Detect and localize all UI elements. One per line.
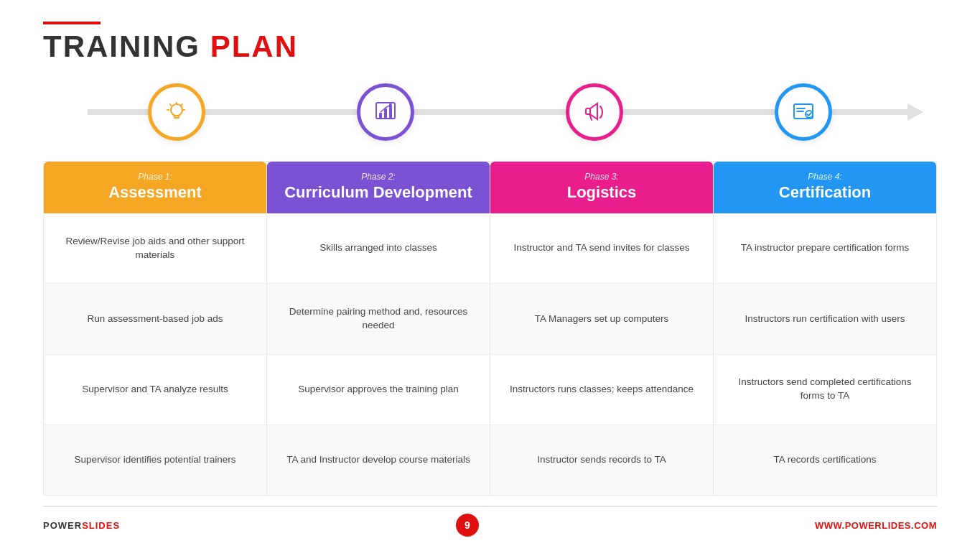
phase1-sub-label: Phase 1: bbox=[138, 172, 172, 182]
phase-col-certification: Phase 4: Certification TA instructor pre… bbox=[713, 161, 937, 496]
phase3-sub-label: Phase 3: bbox=[584, 172, 618, 182]
footer-page-number: 9 bbox=[456, 514, 479, 537]
phase3-icon bbox=[566, 83, 623, 141]
timeline-section bbox=[43, 76, 937, 148]
phase1-icon-wrap bbox=[148, 83, 205, 141]
phase4-sub-label: Phase 4: bbox=[808, 172, 841, 182]
phase-col-assessment: Phase 1: Assessment Review/Revise job ai… bbox=[43, 161, 266, 496]
main-title: TRAINING PLAN bbox=[43, 30, 937, 63]
phase3-item-3: Instructors runs classes; keeps attendan… bbox=[490, 355, 713, 425]
red-line-decoration bbox=[43, 22, 101, 24]
phase3-item-1: Instructor and TA send invites for class… bbox=[490, 213, 713, 284]
phase4-item-2: Instructors run certification with users bbox=[714, 284, 936, 354]
header: TRAINING PLAN bbox=[43, 22, 937, 63]
phase4-item-1: TA instructor prepare certification form… bbox=[714, 213, 936, 284]
footer-brand-part2: SLIDES bbox=[82, 520, 120, 531]
phase3-item-4: Instructor sends records to TA bbox=[490, 425, 713, 495]
phase2-item-2: Determine pairing method and, resources … bbox=[267, 284, 490, 354]
phase1-items: Review/Revise job aids and other support… bbox=[44, 213, 266, 495]
timeline-icons bbox=[43, 83, 937, 141]
title-plan: PLAN bbox=[210, 29, 298, 63]
phase4-icon bbox=[775, 83, 832, 141]
phase1-item-3: Supervisor and TA analyze results bbox=[44, 355, 266, 425]
svg-point-0 bbox=[171, 104, 182, 116]
phase1-title: Assessment bbox=[108, 183, 202, 202]
phase2-sub-label: Phase 2: bbox=[361, 172, 395, 182]
phase1-item-2: Run assessment-based job ads bbox=[44, 284, 266, 354]
phase2-item-1: Skills arranged into classes bbox=[267, 213, 490, 284]
phase2-icon-wrap bbox=[357, 83, 414, 141]
svg-rect-4 bbox=[384, 108, 387, 119]
phase1-item-4: Supervisor identifies potential trainers bbox=[44, 425, 266, 495]
phase2-icon bbox=[357, 83, 414, 141]
footer-url: WWW.POWERLIDES.COM bbox=[815, 520, 937, 531]
footer-brand: POWERSLIDES bbox=[43, 520, 120, 531]
phase2-header: Phase 2: Curriculum Development bbox=[267, 162, 490, 213]
footer: POWERSLIDES 9 WWW.POWERLIDES.COM bbox=[43, 506, 937, 537]
phase-col-logistics: Phase 3: Logistics Instructor and TA sen… bbox=[490, 161, 713, 496]
svg-point-6 bbox=[389, 103, 392, 106]
phase3-title: Logistics bbox=[567, 183, 637, 202]
footer-brand-part1: POWER bbox=[43, 520, 82, 531]
phase3-header: Phase 3: Logistics bbox=[490, 162, 713, 213]
phase4-item-4: TA records certifications bbox=[714, 425, 936, 495]
svg-rect-3 bbox=[379, 113, 382, 119]
phase4-title: Certification bbox=[779, 183, 871, 202]
phase4-header: Phase 4: Certification bbox=[714, 162, 936, 213]
phase2-title: Curriculum Development bbox=[284, 183, 472, 202]
svg-rect-5 bbox=[389, 106, 392, 119]
phase4-item-3: Instructors send completed certification… bbox=[714, 355, 936, 425]
megaphone-icon bbox=[582, 99, 607, 125]
phase2-item-4: TA and Instructor develop course materia… bbox=[267, 425, 490, 495]
phase1-item-1: Review/Revise job aids and other support… bbox=[44, 213, 266, 284]
phase1-icon bbox=[148, 83, 205, 141]
phase2-item-3: Supervisor approves the training plan bbox=[267, 355, 490, 425]
phase-columns: Phase 1: Assessment Review/Revise job ai… bbox=[43, 161, 937, 496]
title-training: TRAINING bbox=[43, 29, 200, 63]
lightbulb-icon bbox=[164, 99, 190, 125]
phase1-header: Phase 1: Assessment bbox=[44, 162, 266, 213]
phase3-items: Instructor and TA send invites for class… bbox=[490, 213, 713, 495]
phase4-icon-wrap bbox=[775, 83, 832, 141]
certificate-icon bbox=[790, 99, 816, 125]
phase2-items: Skills arranged into classes Determine p… bbox=[267, 213, 490, 495]
phase3-icon-wrap bbox=[566, 83, 623, 141]
phase-col-curriculum: Phase 2: Curriculum Development Skills a… bbox=[266, 161, 490, 496]
slide: TRAINING PLAN bbox=[0, 0, 980, 551]
phase3-item-2: TA Managers set up computers bbox=[490, 284, 713, 354]
chart-icon bbox=[373, 99, 398, 125]
phase4-items: TA instructor prepare certification form… bbox=[714, 213, 936, 495]
